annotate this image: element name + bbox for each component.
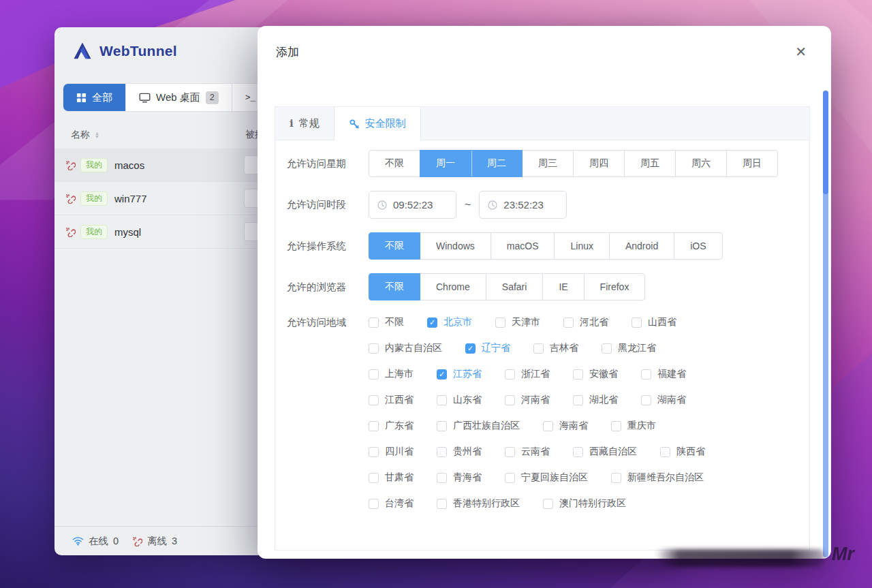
region-checkbox-row: 甘肃省青海省宁夏回族自治区新疆维吾尔自治区: [369, 469, 728, 486]
unlink-icon: [65, 194, 76, 204]
region-checkbox[interactable]: 湖南省: [641, 394, 686, 406]
checkbox-icon: [437, 421, 447, 431]
checkbox-label: 安徽省: [589, 368, 618, 380]
week-row: 允许访问星期 不限周一周二周三周四周五周六周日: [287, 150, 809, 177]
checkbox-icon: [437, 473, 447, 483]
tab-count-badge: 2: [206, 91, 219, 104]
browser-option-4[interactable]: Firefox: [584, 273, 646, 300]
region-checkbox[interactable]: 澳门特别行政区: [543, 497, 626, 510]
close-button[interactable]: ✕: [792, 42, 809, 61]
field-label: 允许访问星期: [287, 157, 358, 170]
checkbox-icon: [602, 343, 612, 354]
region-checkbox[interactable]: ✓北京市: [427, 316, 472, 328]
checkbox-label: 澳门特别行政区: [559, 497, 626, 510]
region-checkbox[interactable]: 浙江省: [505, 368, 550, 380]
checkbox-label: 广西壮族自治区: [453, 420, 520, 432]
week-option-3[interactable]: 周三: [522, 150, 574, 177]
week-option-5[interactable]: 周五: [624, 150, 676, 177]
region-checkbox[interactable]: 上海市: [369, 368, 414, 380]
region-checkbox[interactable]: 新疆维吾尔自治区: [611, 471, 704, 484]
checkbox-label: 黑龙江省: [618, 342, 656, 354]
checkbox-icon: [369, 473, 379, 483]
region-checkbox[interactable]: 宁夏回族自治区: [505, 471, 588, 484]
checkbox-label: 上海市: [385, 368, 414, 380]
screen: WebTunnel 全部 Web 桌面 2 >_ 名称: [0, 0, 872, 588]
tab-general[interactable]: i 常规: [275, 107, 334, 140]
region-checkbox[interactable]: 福建省: [641, 368, 686, 380]
region-checkbox[interactable]: 河南省: [505, 394, 550, 406]
tab-label: 全部: [92, 91, 112, 104]
region-checkbox[interactable]: 河北省: [563, 316, 608, 328]
region-checkbox[interactable]: ✓江苏省: [437, 368, 482, 380]
region-checkbox-row: 内蒙古自治区✓辽宁省吉林省黑龙江省: [369, 340, 728, 356]
week-option-2[interactable]: 周二: [471, 150, 523, 177]
region-checkbox[interactable]: 吉林省: [533, 342, 578, 354]
region-checkbox[interactable]: 不限: [369, 316, 404, 328]
dialog-title: 添加: [276, 44, 299, 60]
scrollbar-thumb[interactable]: [823, 91, 828, 194]
region-checkbox[interactable]: 海南省: [543, 420, 588, 432]
region-checkbox[interactable]: 甘肃省: [369, 471, 414, 484]
week-option-4[interactable]: 周四: [573, 150, 625, 177]
checkbox-icon: [641, 395, 651, 405]
column-name[interactable]: 名称: [71, 129, 90, 141]
region-checkbox[interactable]: 广东省: [369, 420, 414, 432]
browser-option-3[interactable]: IE: [542, 273, 584, 300]
end-time-input[interactable]: 23:52:23: [479, 191, 567, 219]
checkbox-label: 天津市: [512, 316, 540, 328]
region-checkbox[interactable]: 西藏自治区: [573, 446, 637, 458]
week-option-6[interactable]: 周六: [675, 150, 727, 177]
week-option-7[interactable]: 周日: [726, 150, 778, 177]
os-option-4[interactable]: Android: [609, 232, 674, 260]
region-checkbox[interactable]: 重庆市: [611, 420, 656, 432]
region-checkbox[interactable]: 安徽省: [573, 368, 618, 380]
tab-security-limits[interactable]: 安全限制: [334, 107, 421, 140]
region-checkbox[interactable]: 台湾省: [369, 497, 414, 510]
region-checkbox[interactable]: 天津市: [495, 316, 540, 328]
checkbox-label: 北京市: [443, 316, 472, 328]
time-row: 允许访问时段 09:52:23 ~: [287, 191, 809, 219]
region-checkbox-row: 上海市✓江苏省浙江省安徽省福建省: [369, 366, 728, 382]
offline-status: 离线 3: [132, 535, 177, 548]
browser-option-1[interactable]: Chrome: [420, 273, 486, 300]
os-button-group: 不限WindowsmacOSLinuxAndroidiOS: [369, 232, 723, 260]
region-checkbox[interactable]: 青海省: [437, 471, 482, 484]
os-option-2[interactable]: macOS: [490, 232, 555, 260]
region-checkbox[interactable]: 四川省: [369, 446, 414, 458]
week-option-1[interactable]: 周一: [420, 150, 471, 177]
region-checkbox[interactable]: ✓辽宁省: [465, 342, 510, 354]
region-checkbox[interactable]: 广西壮族自治区: [437, 420, 520, 432]
security-form: 允许访问星期 不限周一周二周三周四周五周六周日 允许访问时段 09:52:23: [275, 140, 809, 521]
region-checkbox[interactable]: 内蒙古自治区: [369, 342, 442, 354]
region-checkbox[interactable]: 山东省: [437, 394, 482, 406]
region-checkbox[interactable]: 江西省: [369, 394, 414, 406]
tab-label: 安全限制: [365, 117, 406, 130]
checkbox-icon: ✓: [437, 369, 447, 380]
tab-web-desktop[interactable]: Web 桌面 2: [125, 84, 232, 111]
region-checkbox[interactable]: 黑龙江省: [602, 342, 656, 354]
offline-count: 3: [172, 536, 177, 546]
region-checkbox[interactable]: 山西省: [632, 316, 676, 328]
tab-all-devices[interactable]: 全部: [63, 84, 125, 111]
region-checkbox[interactable]: 云南省: [505, 446, 550, 458]
start-time-input[interactable]: 09:52:23: [369, 191, 456, 219]
region-checkbox[interactable]: 贵州省: [437, 446, 482, 458]
region-checkbox[interactable]: 香港特别行政区: [437, 497, 520, 510]
webtunnel-logo-icon: [72, 41, 93, 61]
region-checkbox[interactable]: 陕西省: [660, 446, 705, 458]
checkbox-label: 云南省: [521, 446, 550, 458]
region-checkbox[interactable]: 湖北省: [573, 394, 618, 406]
browser-option-2[interactable]: Safari: [486, 273, 544, 300]
checkbox-label: 内蒙古自治区: [385, 342, 442, 354]
os-option-5[interactable]: iOS: [674, 232, 722, 260]
os-option-0[interactable]: 不限: [369, 232, 420, 260]
checkbox-label: 江西省: [385, 394, 414, 406]
checkbox-icon: [369, 421, 379, 431]
os-option-1[interactable]: Windows: [420, 232, 491, 260]
os-option-3[interactable]: Linux: [554, 232, 609, 260]
week-option-0[interactable]: 不限: [369, 150, 420, 177]
sort-icon[interactable]: ▲▼: [95, 131, 99, 138]
checkbox-label: 新疆维吾尔自治区: [627, 471, 704, 484]
checkbox-label: 四川省: [385, 446, 414, 458]
browser-option-0[interactable]: 不限: [369, 273, 420, 300]
